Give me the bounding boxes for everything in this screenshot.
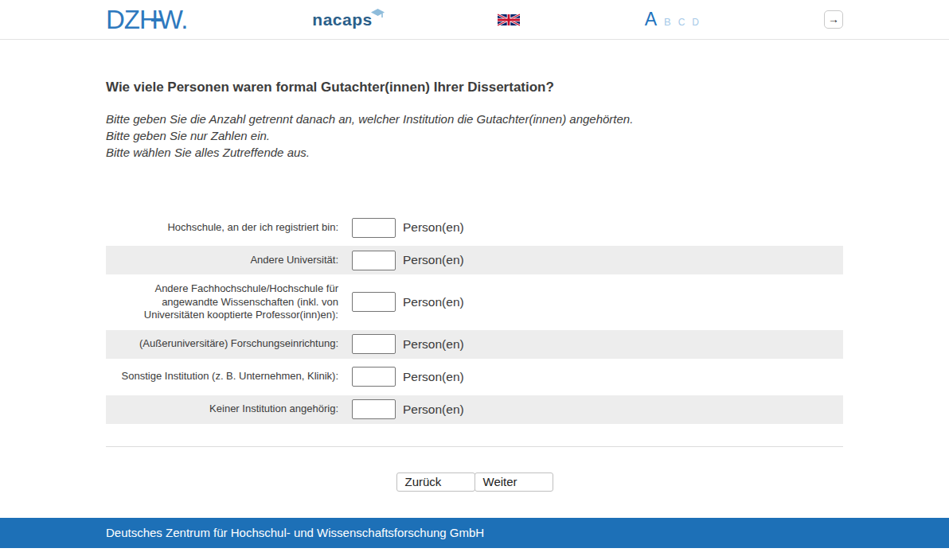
row-label: Keiner Institution angehörig:	[112, 402, 338, 416]
row-unit-label: Person(en)	[403, 337, 464, 352]
footer-text: Deutsches Zentrum für Hochschul- und Wis…	[106, 526, 843, 539]
dzhw-logo: DZHW.	[106, 5, 187, 35]
instruction-line: Bitte geben Sie die Anzahl getrennt dana…	[106, 111, 843, 127]
font-size-selector: A B C D	[645, 9, 699, 30]
font-size-a-button[interactable]: A	[645, 9, 657, 30]
logout-icon[interactable]: →	[824, 10, 843, 29]
question-instructions: Bitte geben Sie die Anzahl getrennt dana…	[106, 111, 843, 161]
row-unit-label: Person(en)	[403, 370, 464, 384]
answer-row-forschungseinrichtung: (Außeruniversitäre) Forschungseinrichtun…	[106, 330, 843, 359]
person-count-input-hochschule-registriert[interactable]	[352, 218, 396, 238]
person-count-input-andere-universitaet[interactable]	[352, 251, 396, 270]
row-label: Sonstige Institution (z. B. Unternehmen,…	[112, 370, 338, 383]
question-title: Wie viele Personen waren formal Gutachte…	[106, 78, 843, 97]
graduation-cap-icon	[371, 6, 385, 25]
row-label: Hochschule, an der ich registriert bin:	[112, 221, 338, 235]
navigation-buttons: Zurück Weiter	[106, 472, 843, 492]
answer-row-andere-universitaet: Andere Universität: Person(en)	[106, 246, 843, 274]
row-unit-label: Person(en)	[403, 402, 464, 417]
instruction-line: Bitte geben Sie nur Zahlen ein.	[106, 127, 843, 144]
person-count-input-sonstige-institution[interactable]	[352, 367, 396, 387]
nacaps-logo-text: nacaps	[312, 10, 372, 29]
row-label: (Außeruniversitäre) Forschungseinrichtun…	[112, 337, 338, 351]
answer-row-sonstige-institution: Sonstige Institution (z. B. Unternehmen,…	[106, 363, 843, 391]
person-count-input-keine-institution[interactable]	[352, 399, 396, 419]
row-label: Andere Fachhochschule/Hochschule für ang…	[112, 282, 338, 322]
instruction-line: Bitte wählen Sie alles Zutreffende aus.	[106, 144, 843, 161]
row-unit-label: Person(en)	[403, 295, 464, 309]
answer-row-keine-institution: Keiner Institution angehörig: Person(en)	[106, 395, 843, 424]
dzhw-logo-text-left: DZH	[106, 5, 158, 34]
footer: Deutsches Zentrum für Hochschul- und Wis…	[0, 518, 949, 548]
content-divider	[106, 446, 843, 447]
language-switch-uk-flag-icon[interactable]	[498, 12, 520, 28]
row-label: Andere Universität:	[112, 254, 338, 267]
row-unit-label: Person(en)	[403, 253, 464, 267]
font-size-d-button[interactable]: D	[692, 17, 699, 28]
answer-rows: Hochschule, an der ich registriert bin: …	[106, 213, 843, 424]
dzhw-logo-text-right: W.	[158, 5, 188, 34]
font-size-c-button[interactable]: C	[678, 17, 685, 28]
header: DZHW. nacaps A B C D	[0, 0, 949, 40]
font-size-b-button[interactable]: B	[664, 16, 671, 28]
row-unit-label: Person(en)	[403, 220, 464, 235]
answer-row-hochschule-registriert: Hochschule, an der ich registriert bin: …	[106, 213, 843, 242]
person-count-input-fachhochschule[interactable]	[352, 292, 396, 312]
next-button[interactable]: Weiter	[474, 472, 553, 492]
answer-row-fachhochschule: Andere Fachhochschule/Hochschule für ang…	[106, 278, 843, 326]
back-button[interactable]: Zurück	[396, 472, 475, 492]
nacaps-logo: nacaps	[312, 10, 372, 29]
person-count-input-forschungseinrichtung[interactable]	[352, 334, 396, 354]
header-inner: DZHW. nacaps A B C D	[106, 0, 843, 39]
main-content: Wie viele Personen waren formal Gutachte…	[106, 78, 843, 492]
